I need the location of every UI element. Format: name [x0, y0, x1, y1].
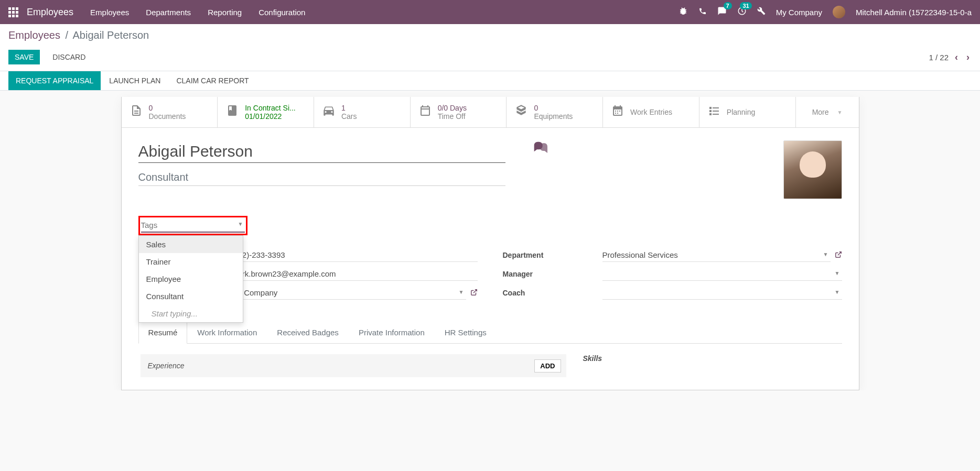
button-box: 0Documents In Contract Si...01/01/2022 1… — [122, 97, 859, 128]
tools-icon[interactable] — [757, 7, 766, 17]
chevron-down-icon: ▼ — [835, 289, 840, 295]
app-title: Employees — [27, 7, 73, 18]
bug-icon[interactable] — [679, 6, 688, 18]
tag-hint: Start typing... — [139, 305, 243, 322]
company-select[interactable] — [238, 286, 466, 300]
work-phone-input[interactable] — [238, 248, 478, 262]
control-panel: Employees / Abigail Peterson Save Discar… — [0, 24, 980, 71]
tasks-icon — [707, 104, 721, 120]
form-container: 0Documents In Contract Si...01/01/2022 1… — [113, 97, 868, 390]
actions-row: Save Discard 1 / 22 ‹ › — [8, 50, 972, 64]
stat-work-entries[interactable]: Work Entries — [603, 97, 699, 127]
username[interactable]: Mitchell Admin (15722349-15-0-a — [856, 8, 972, 17]
tab-work-info[interactable]: Work Information — [187, 321, 267, 343]
chevron-down-icon: ▼ — [823, 251, 828, 257]
breadcrumb-sep: / — [66, 29, 69, 41]
skills-panel: Skills — [583, 354, 840, 377]
tag-option-employee[interactable]: Employee — [139, 270, 243, 288]
tabs: Resumé Work Information Received Badges … — [138, 321, 842, 344]
department-select[interactable] — [602, 248, 831, 262]
car-icon — [321, 104, 336, 121]
chat-icon[interactable] — [533, 140, 550, 199]
manager-label: Manager — [503, 270, 602, 278]
launch-plan-button[interactable]: Launch Plan — [102, 71, 168, 90]
chevron-down-icon: ▼ — [459, 289, 464, 295]
coach-label: Coach — [503, 289, 602, 297]
form-sheet: 0Documents In Contract Si...01/01/2022 1… — [121, 97, 859, 390]
nav-menu: Employees Departments Reporting Configur… — [90, 8, 305, 17]
breadcrumb-root[interactable]: Employees — [8, 29, 60, 41]
claim-car-report-button[interactable]: Claim Car Report — [169, 71, 256, 90]
stat-contract[interactable]: In Contract Si...01/01/2022 — [218, 97, 314, 127]
calendar-icon — [418, 104, 433, 120]
stat-cars[interactable]: 1Cars — [314, 97, 411, 127]
chevron-down-icon: ▼ — [835, 270, 840, 276]
request-appraisal-button[interactable]: Request Appraisal — [8, 71, 101, 90]
user-avatar[interactable] — [833, 6, 845, 18]
external-link-icon[interactable] — [470, 289, 478, 298]
pager-next-icon[interactable]: › — [964, 52, 972, 63]
pager-count[interactable]: 1 / 22 — [929, 53, 949, 62]
fields-grid: ▼ Department ▼ — [138, 248, 842, 304]
breadcrumb: Employees / Abigail Peterson — [8, 29, 972, 41]
skills-heading: Skills — [583, 354, 840, 363]
more-label: More — [812, 108, 829, 116]
employee-photo[interactable] — [783, 140, 842, 199]
department-label: Department — [503, 251, 602, 259]
breadcrumb-current: Abigail Peterson — [73, 29, 149, 41]
employee-name-input[interactable] — [138, 140, 505, 163]
calendar-grid-icon — [610, 104, 625, 120]
tab-hr-settings[interactable]: HR Settings — [435, 321, 497, 343]
job-title-input[interactable] — [138, 169, 505, 186]
sheet-body: ▼ Sales Trainer Employee Consultant Star… — [122, 128, 859, 390]
tag-option-trainer[interactable]: Trainer — [139, 253, 243, 270]
status-bar: Request Appraisal Launch Plan Claim Car … — [0, 71, 980, 91]
stat-documents[interactable]: 0Documents — [122, 97, 218, 127]
right-col: Department ▼ Manager ▼ — [503, 248, 842, 304]
book-icon — [225, 104, 240, 120]
tags-field: ▼ Sales Trainer Employee Consultant Star… — [138, 216, 247, 235]
phone-icon[interactable] — [698, 7, 707, 17]
document-icon — [129, 104, 144, 120]
top-nav: Employees Employees Departments Reportin… — [0, 0, 980, 24]
work-email-input[interactable] — [238, 267, 478, 281]
stat-planning[interactable]: Planning — [699, 97, 796, 127]
save-button[interactable]: Save — [8, 50, 40, 64]
tab-resume[interactable]: Resumé — [138, 321, 188, 344]
external-link-icon[interactable] — [835, 251, 842, 260]
tab-content: Experience ADD Skills — [138, 344, 842, 377]
boxes-icon — [514, 104, 529, 121]
discard-button[interactable]: Discard — [46, 50, 92, 64]
chevron-down-icon: ▼ — [837, 109, 843, 115]
conversations-icon[interactable]: 7 — [717, 6, 727, 18]
resume-panel: Experience ADD — [141, 354, 566, 377]
nav-configuration[interactable]: Configuration — [259, 8, 305, 17]
stat-more[interactable]: More ▼ — [796, 97, 859, 127]
activities-icon[interactable]: 31 — [737, 6, 747, 18]
nav-departments[interactable]: Departments — [146, 8, 191, 17]
tags-dropdown: Sales Trainer Employee Consultant Start … — [138, 235, 243, 323]
stat-equipments[interactable]: 0Equipments — [507, 97, 603, 127]
tag-option-sales[interactable]: Sales — [139, 236, 243, 253]
activities-badge: 31 — [740, 2, 751, 9]
company-name[interactable]: My Company — [776, 8, 822, 17]
conversations-badge: 7 — [724, 2, 732, 9]
tag-option-consultant[interactable]: Consultant — [139, 288, 243, 305]
tags-input[interactable] — [141, 218, 245, 233]
nav-employees[interactable]: Employees — [90, 8, 129, 17]
apps-icon[interactable] — [8, 7, 18, 17]
manager-select[interactable] — [602, 267, 842, 281]
experience-heading: Experience — [148, 362, 185, 370]
pager-prev-icon[interactable]: ‹ — [953, 52, 960, 63]
add-experience-button[interactable]: ADD — [534, 359, 561, 373]
nav-right: 7 31 My Company Mitchell Admin (15722349… — [679, 6, 972, 18]
stat-timeoff[interactable]: 0/0 DaysTime Off — [411, 97, 507, 127]
nav-reporting[interactable]: Reporting — [208, 8, 242, 17]
coach-select[interactable] — [602, 286, 842, 300]
tab-badges[interactable]: Received Badges — [267, 321, 349, 343]
tab-private[interactable]: Private Information — [349, 321, 435, 343]
pager: 1 / 22 ‹ › — [929, 52, 972, 63]
